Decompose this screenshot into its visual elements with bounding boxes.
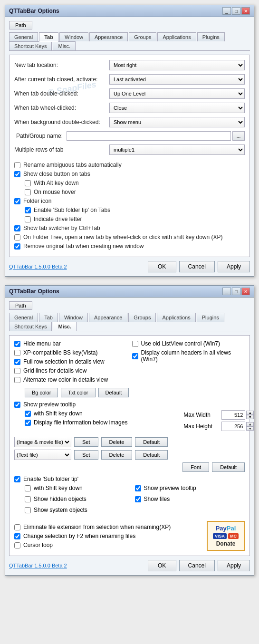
- multiple-rows-select[interactable]: multiple1 multiple2 none: [109, 144, 245, 155]
- max-width-input[interactable]: [221, 410, 245, 420]
- tab-appearance-2[interactable]: Appearance: [89, 313, 127, 322]
- sub-folder-tip-row: Enable 'Sub folder tip' on Tabs: [25, 207, 245, 213]
- remove-original-checkbox[interactable]: [14, 243, 20, 250]
- max-height-down[interactable]: ▼: [246, 426, 254, 431]
- minimize-btn-1[interactable]: _: [222, 7, 231, 15]
- text-file-select[interactable]: (Text file): [14, 450, 71, 460]
- image-file-select[interactable]: (Image & movie file): [14, 437, 71, 447]
- minimize-btn-2[interactable]: _: [222, 288, 231, 295]
- show-preview-checkbox[interactable]: [14, 402, 20, 408]
- display-file-info-checkbox[interactable]: [25, 420, 31, 426]
- tab-groups-2[interactable]: Groups: [128, 313, 156, 322]
- display-col-headers-checkbox[interactable]: [132, 353, 138, 359]
- cancel-button-1[interactable]: Cancel: [179, 261, 215, 272]
- folder-tree-checkbox[interactable]: [14, 234, 20, 240]
- max-width-up[interactable]: ▲: [246, 411, 254, 415]
- tabs-row-1: General Tab Window Appearance Groups App…: [9, 32, 250, 51]
- apply-button-1[interactable]: Apply: [218, 261, 250, 272]
- use-old-listview-checkbox[interactable]: [132, 341, 138, 347]
- tab-switcher-checkbox[interactable]: [14, 225, 20, 231]
- tab-appearance-1[interactable]: Appearance: [89, 32, 128, 41]
- tab-shortcutkeys-2[interactable]: Shortcut Keys: [9, 322, 52, 331]
- enable-subfolder-checkbox[interactable]: [14, 476, 20, 482]
- show-close-btn-label: Show close button on tabs: [23, 171, 90, 177]
- sf-show-preview-checkbox[interactable]: [135, 485, 141, 491]
- apply-button-2[interactable]: Apply: [218, 560, 250, 571]
- xp-compat-checkbox[interactable]: [14, 350, 20, 356]
- wheel-clicked-select[interactable]: Close Nothing: [109, 103, 245, 113]
- image-delete-button[interactable]: Delete: [101, 437, 133, 447]
- text-default-button[interactable]: Default: [135, 450, 168, 460]
- sf-with-shift-checkbox[interactable]: [25, 485, 31, 491]
- with-shift-checkbox[interactable]: [25, 411, 31, 417]
- bg-color-button[interactable]: Bg color: [25, 388, 58, 397]
- change-selection-checkbox[interactable]: [14, 533, 20, 539]
- tab-applications-2[interactable]: Applications: [157, 313, 195, 322]
- txt-color-button[interactable]: Txt color: [61, 388, 95, 397]
- path-button-2[interactable]: Path: [9, 301, 32, 310]
- eliminate-ext-checkbox[interactable]: [14, 524, 20, 530]
- max-height-input[interactable]: [221, 422, 245, 431]
- window1: QTTabBar Options _ □ ✕ Path General Tab …: [5, 5, 254, 277]
- font-default-button[interactable]: Default: [212, 462, 245, 472]
- grid-lines-checkbox[interactable]: [14, 368, 20, 374]
- sf-show-system-checkbox[interactable]: [25, 507, 31, 513]
- paypal-box[interactable]: PayPal VISA MC Donate: [207, 521, 245, 551]
- alternate-row-checkbox[interactable]: [14, 377, 20, 383]
- version-link-2[interactable]: QTTabBar 1.5.0.0 Beta 2: [9, 563, 67, 568]
- tab-tab-2[interactable]: Tab: [39, 313, 58, 322]
- tab-groups-1[interactable]: Groups: [129, 32, 156, 41]
- hide-menu-bar-checkbox[interactable]: [14, 341, 20, 347]
- bg-double-clicked-select[interactable]: Show menu Nothing: [109, 117, 245, 127]
- rename-ambiguous-checkbox[interactable]: [14, 162, 20, 168]
- tab-plugins-1[interactable]: Plugins: [197, 32, 225, 41]
- max-width-down[interactable]: ▼: [246, 415, 254, 419]
- tab-applications-1[interactable]: Applications: [157, 32, 196, 41]
- cursor-loop-checkbox[interactable]: [14, 542, 20, 548]
- full-row-select-checkbox[interactable]: [14, 359, 20, 365]
- tab-general-2[interactable]: General: [9, 313, 38, 322]
- donate-text[interactable]: Donate: [216, 540, 236, 547]
- indicate-drive-checkbox[interactable]: [25, 216, 31, 222]
- show-close-btn-checkbox[interactable]: [14, 171, 20, 177]
- font-button[interactable]: Font: [182, 462, 209, 472]
- tab-misc-2[interactable]: Misc.: [53, 322, 77, 331]
- tab-window-2[interactable]: Window: [59, 313, 88, 322]
- hide-menu-bar-label: Hide menu bar: [23, 340, 61, 347]
- new-tab-location-select[interactable]: Most right Most left Next to current: [109, 60, 245, 70]
- image-default-button[interactable]: Default: [135, 437, 168, 447]
- after-closed-select[interactable]: Last activated Left tab Right tab: [109, 74, 245, 85]
- tab-window-1[interactable]: Window: [59, 32, 88, 41]
- title-bar-buttons-1: _ □ ✕: [222, 7, 250, 15]
- double-clicked-select[interactable]: Up One Level Close Nothing: [109, 88, 245, 99]
- folder-icon-checkbox[interactable]: [14, 198, 20, 204]
- path-browse-button[interactable]: ...: [232, 131, 245, 141]
- max-height-up[interactable]: ▲: [246, 422, 254, 426]
- ok-button-1[interactable]: OK: [148, 261, 176, 272]
- sf-show-files-checkbox[interactable]: [135, 496, 141, 502]
- ok-button-2[interactable]: OK: [148, 560, 176, 571]
- cancel-button-2[interactable]: Cancel: [179, 560, 215, 571]
- folder-tree-label: On Folder Tree, open a new tab by wheel-…: [23, 234, 223, 240]
- tab-plugins-2[interactable]: Plugins: [197, 313, 224, 322]
- tab-misc-1[interactable]: Misc.: [53, 41, 76, 50]
- sub-folder-tip-checkbox[interactable]: [25, 207, 31, 213]
- close-btn-2[interactable]: ✕: [241, 288, 250, 295]
- on-mouse-hover-checkbox[interactable]: [25, 189, 31, 195]
- close-btn-1[interactable]: ✕: [241, 7, 250, 15]
- tab-tab-1[interactable]: Tab: [39, 32, 58, 42]
- sf-show-hidden-checkbox[interactable]: [25, 496, 31, 502]
- text-delete-button[interactable]: Delete: [101, 450, 133, 460]
- with-alt-checkbox[interactable]: [25, 180, 31, 186]
- version-link-1[interactable]: QTTabBar 1.5.0.0 Beta 2: [9, 264, 67, 269]
- path-group-input[interactable]: [67, 131, 231, 141]
- color-default-button[interactable]: Default: [98, 388, 129, 397]
- image-set-button[interactable]: Set: [74, 437, 98, 447]
- text-set-button[interactable]: Set: [74, 450, 98, 460]
- maximize-btn-1[interactable]: □: [232, 7, 240, 15]
- paypal-cards: VISA MC: [213, 533, 239, 539]
- tab-general-1[interactable]: General: [9, 32, 38, 41]
- maximize-btn-2[interactable]: □: [232, 288, 240, 295]
- path-button-1[interactable]: Path: [9, 21, 32, 29]
- tab-shortcutkeys-1[interactable]: Shortcut Keys: [9, 41, 52, 50]
